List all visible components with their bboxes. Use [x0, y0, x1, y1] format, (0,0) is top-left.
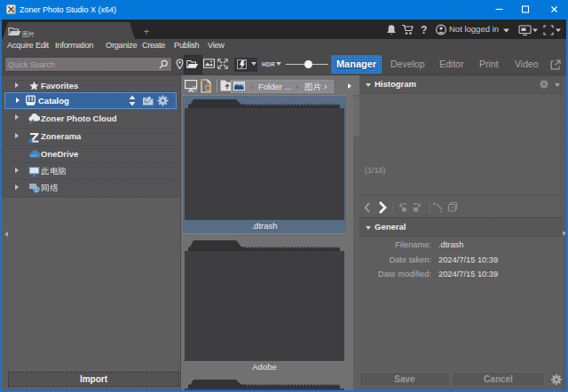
svg-text:?: ? [421, 24, 427, 35]
